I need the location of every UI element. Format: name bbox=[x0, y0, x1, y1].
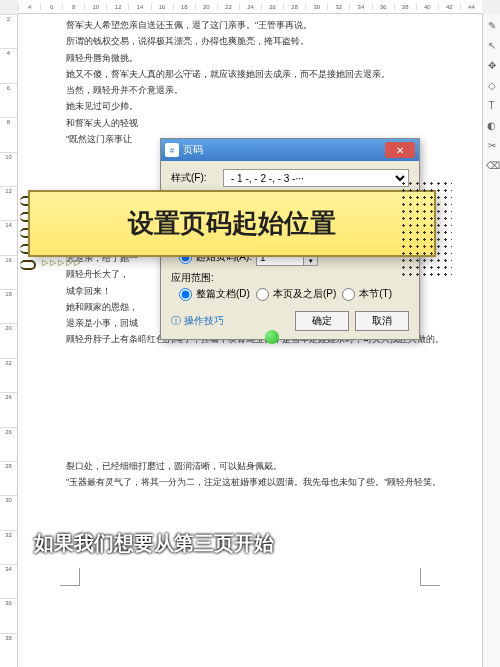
pencil-icon[interactable]: ✎ bbox=[486, 20, 498, 32]
vertical-ruler: 2468101214161820222426283032343638 bbox=[0, 14, 18, 667]
scope-whole-radio[interactable] bbox=[179, 288, 192, 301]
pan-icon[interactable]: ✥ bbox=[486, 60, 498, 72]
scope-section-row[interactable]: 本节(T) bbox=[342, 287, 392, 301]
paragraph: 裂口处，已经细细打磨过，圆润清晰，可以贴身佩戴。 bbox=[48, 459, 452, 474]
paragraph: "玉器最有灵气了，将其一分为二，注定这桩婚事难以圆满。我先母也未知了些。"顾轻舟… bbox=[48, 475, 452, 490]
text-icon[interactable]: T bbox=[486, 100, 498, 112]
info-icon: ⓘ bbox=[171, 314, 181, 328]
spin-down-icon[interactable]: ▼ bbox=[304, 257, 317, 265]
style-label: 样式(F): bbox=[171, 171, 223, 185]
scope-whole-row[interactable]: 整篇文档(D) bbox=[179, 287, 250, 301]
clip-icon[interactable]: ✂ bbox=[486, 140, 498, 152]
cursor-highlight-icon bbox=[265, 330, 279, 344]
paragraph: 她又不傻，督军夫人真的那么守诺，就应该接她回去成亲，而不是接她回去退亲。 bbox=[48, 67, 452, 82]
subtitle-text: 如果我们想要从第三页开始 bbox=[34, 530, 274, 557]
scope-after-row[interactable]: 本页及之后(P) bbox=[256, 287, 336, 301]
scope-label: 应用范围: bbox=[171, 271, 409, 285]
page-break-corners bbox=[60, 568, 440, 590]
cursor-icon[interactable]: ↖ bbox=[486, 40, 498, 52]
horizontal-ruler: 468101214161820222426283032343638404244 bbox=[18, 0, 482, 14]
dialog-titlebar[interactable]: # 页码 ✕ bbox=[161, 139, 419, 161]
right-toolbox: ✎ ↖ ✥ ◇ T ◐ ✂ ⌫ bbox=[482, 14, 500, 667]
style-select[interactable]: - 1 -, - 2 -, - 3 -··· bbox=[223, 169, 409, 187]
shape-icon[interactable]: ◇ bbox=[486, 80, 498, 92]
ok-button[interactable]: 确定 bbox=[295, 311, 349, 331]
paragraph: 所谓的钱权交易，说得极其漂亮，办得也爽脆亮，掩耳盗铃。 bbox=[48, 34, 452, 49]
scope-section-radio[interactable] bbox=[342, 288, 355, 301]
paragraph: 和督军夫人的轻视 bbox=[48, 116, 452, 131]
erase-icon[interactable]: ⌫ bbox=[486, 160, 498, 172]
arrows-decoration-icon: ▷▷▷▷▷ bbox=[42, 258, 82, 267]
dialog-title: 页码 bbox=[183, 143, 385, 157]
paragraph: 顾轻舟唇角微挑。 bbox=[48, 51, 452, 66]
paint-icon[interactable]: ◐ bbox=[486, 120, 498, 132]
cancel-button[interactable]: 取消 bbox=[355, 311, 409, 331]
close-button[interactable]: ✕ bbox=[385, 142, 415, 158]
tips-link[interactable]: ⓘ 操作技巧 bbox=[171, 314, 224, 328]
scope-after-radio[interactable] bbox=[256, 288, 269, 301]
paragraph: 当然，顾轻舟并不介意退亲。 bbox=[48, 83, 452, 98]
headline-banner: 设置页码起始位置 bbox=[28, 190, 436, 257]
paragraph: 她未见过司少帅。 bbox=[48, 99, 452, 114]
dialog-icon: # bbox=[165, 143, 179, 157]
paragraph: 督军夫人希望您亲自送还玉佩，退了这门亲事。"王管事再说。 bbox=[48, 18, 452, 33]
